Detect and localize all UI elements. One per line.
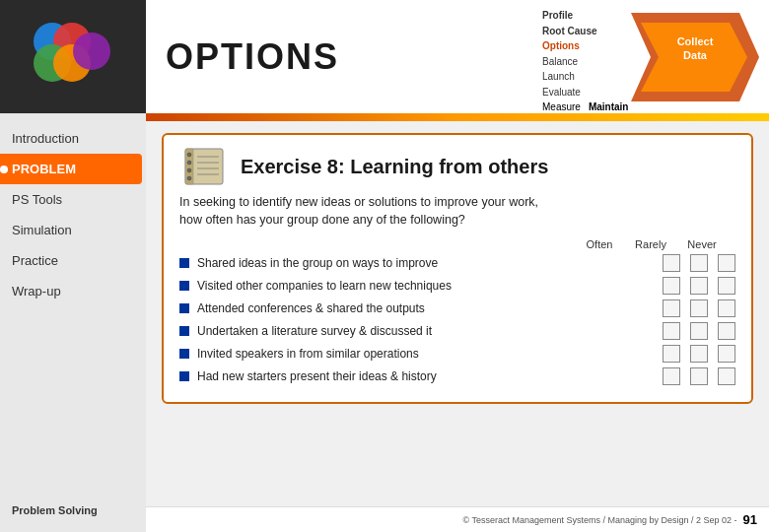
checkboxes: [663, 367, 735, 385]
checkbox-often[interactable]: [663, 367, 680, 385]
list-item: Attended conferences & shared the output…: [179, 299, 735, 317]
checkbox-often[interactable]: [663, 345, 680, 363]
sidebar-item-simulation[interactable]: Simulation: [0, 215, 146, 245]
main-area: OPTIONS Profile Root Cause Options Balan…: [146, 0, 769, 532]
content-area: Exercise 8: Learning from others In seek…: [146, 121, 769, 506]
sidebar-item-wrap-up[interactable]: Wrap-up: [0, 276, 146, 306]
item-text: Invited speakers in from similar operati…: [197, 347, 655, 361]
svg-point-10: [187, 153, 191, 157]
footer: © Tesseract Management Systems / Managin…: [146, 506, 769, 532]
checkboxes: [663, 322, 735, 340]
checkbox-never[interactable]: [718, 322, 735, 340]
label-measure: Measure: [542, 101, 581, 112]
exercise-subtitle: In seeking to identify new ideas or solu…: [179, 194, 735, 229]
sidebar-item-introduction[interactable]: Introduction: [0, 123, 146, 154]
freq-rarely: Rarely: [625, 238, 676, 250]
checkbox-never[interactable]: [718, 345, 735, 363]
checklist: Shared ideas in the group on ways to imp…: [179, 254, 735, 385]
bullet-icon: [179, 281, 189, 291]
list-item: Had new starters present their ideas & h…: [179, 367, 735, 385]
exercise-title: Exercise 8: Learning from others: [241, 156, 548, 178]
svg-point-12: [187, 168, 191, 172]
sidebar-item-practice[interactable]: Practice: [0, 245, 146, 276]
sidebar: Introduction PROBLEM PS Tools Simulation…: [0, 0, 146, 532]
svg-point-11: [187, 161, 191, 165]
frequency-header: Often Rarely Never: [179, 238, 735, 250]
checkbox-often[interactable]: [663, 277, 680, 295]
divider-bar: [146, 113, 769, 121]
item-text: Had new starters present their ideas & h…: [197, 369, 655, 383]
bullet-icon: [179, 349, 189, 359]
sidebar-item-ps-tools[interactable]: PS Tools: [0, 184, 146, 215]
item-text: Visited other companies to learn new tec…: [197, 279, 655, 293]
label-options: Options: [542, 40, 580, 51]
checkbox-rarely[interactable]: [690, 277, 708, 295]
item-text: Undertaken a literature survey & discuss…: [197, 324, 655, 338]
label-root-cause: Root Cause: [542, 26, 597, 36]
checkbox-never[interactable]: [718, 254, 735, 272]
checkbox-never[interactable]: [718, 367, 735, 385]
checkbox-often[interactable]: [663, 254, 680, 272]
label-profile: Profile: [542, 10, 573, 21]
checkbox-often[interactable]: [663, 322, 680, 340]
sidebar-nav: Introduction PROBLEM PS Tools Simulation…: [0, 113, 146, 497]
item-text: Attended conferences & shared the output…: [197, 301, 655, 315]
checkbox-rarely[interactable]: [690, 367, 708, 385]
process-diagram: Profile Root Cause Options Balance Launc…: [542, 8, 759, 106]
list-item: Invited speakers in from similar operati…: [179, 345, 735, 363]
logo-area: [0, 0, 146, 113]
freq-never: Never: [676, 238, 728, 250]
bullet-icon: [179, 326, 189, 336]
checkboxes: [663, 345, 735, 363]
exercise-box: Exercise 8: Learning from others In seek…: [162, 133, 753, 404]
freq-often: Often: [574, 238, 625, 250]
sidebar-bottom-label: Problem Solving: [0, 497, 146, 532]
checkboxes: [663, 277, 735, 295]
bullet-icon: [179, 371, 189, 381]
label-maintain: Maintain: [589, 101, 629, 112]
checkboxes: [663, 254, 735, 272]
checkbox-never[interactable]: [718, 277, 735, 295]
list-item: Undertaken a literature survey & discuss…: [179, 322, 735, 340]
notebook-icon: [179, 147, 229, 186]
page-number: 91: [743, 512, 757, 527]
diagram-labels: Profile Root Cause Options Balance Launc…: [542, 8, 631, 112]
checkbox-rarely[interactable]: [690, 254, 708, 272]
page-title: OPTIONS: [166, 36, 339, 78]
label-balance: Balance: [542, 56, 578, 67]
copyright-text: © Tesseract Management Systems / Managin…: [462, 515, 736, 525]
item-text: Shared ideas in the group on ways to imp…: [197, 256, 655, 270]
sidebar-item-problem[interactable]: PROBLEM: [0, 154, 142, 184]
checkboxes: [663, 299, 735, 317]
exercise-header: Exercise 8: Learning from others: [179, 147, 735, 186]
label-launch: Launch: [542, 71, 575, 82]
label-evaluate: Evaluate: [542, 87, 581, 98]
header-section: OPTIONS Profile Root Cause Options Balan…: [146, 0, 769, 113]
svg-point-13: [187, 176, 191, 180]
svg-text:Data: Data: [683, 49, 708, 61]
bullet-icon: [179, 258, 189, 268]
checkbox-rarely[interactable]: [690, 322, 708, 340]
checkbox-rarely[interactable]: [690, 345, 708, 363]
chevron-arrows: Collect Data: [631, 8, 759, 110]
checkbox-rarely[interactable]: [690, 299, 708, 317]
circle-purple: [73, 33, 110, 70]
checkbox-never[interactable]: [718, 299, 735, 317]
list-item: Shared ideas in the group on ways to imp…: [179, 254, 735, 272]
checkbox-often[interactable]: [663, 299, 680, 317]
svg-text:Collect: Collect: [677, 35, 714, 47]
logo-circles: [34, 23, 112, 92]
list-item: Visited other companies to learn new tec…: [179, 277, 735, 295]
bullet-icon: [179, 303, 189, 313]
